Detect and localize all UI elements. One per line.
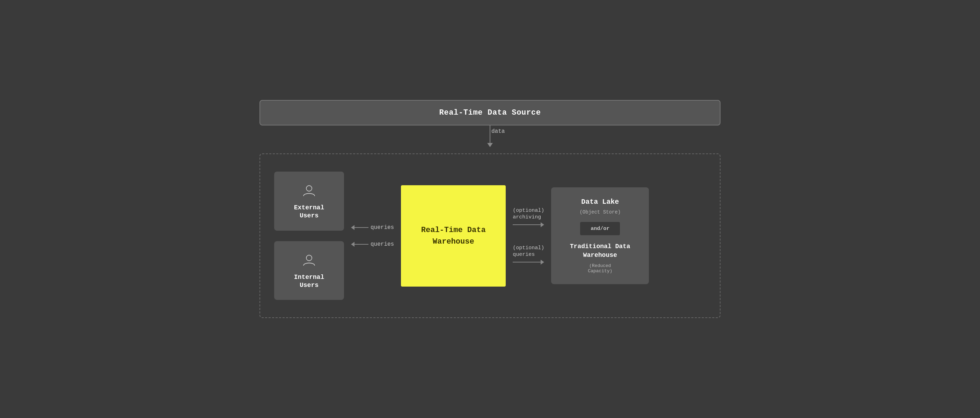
arrowhead-left-internal — [351, 242, 355, 247]
main-area: ExternalUsers InternalUsers — [259, 153, 721, 318]
internal-users-label: InternalUsers — [294, 273, 324, 290]
head-archiving — [541, 222, 544, 227]
optional-archiving-arrow: (optional)archiving — [513, 207, 544, 227]
connector-arrowhead — [487, 143, 493, 147]
external-users-box: ExternalUsers — [274, 172, 344, 231]
external-queries-label: queries — [371, 224, 394, 231]
shaft-left-internal — [355, 244, 369, 245]
svg-point-0 — [306, 185, 312, 191]
optional-archiving-label: (optional)archiving — [513, 207, 544, 221]
data-lake-subtitle: (Object Store) — [579, 209, 620, 215]
real-time-data-source-box: Real-Time Data Source — [259, 100, 721, 126]
data-label: data — [492, 128, 505, 134]
right-column: Data Lake (Object Store) and/or Traditio… — [551, 187, 649, 284]
andor-box: and/or — [580, 222, 620, 235]
external-queries-arrow: queries — [351, 224, 394, 231]
diagram-container: Real-Time Data Source data ExternalUsers — [245, 86, 735, 332]
source-box-label: Real-Time Data Source — [439, 108, 541, 117]
connector-line — [490, 126, 490, 143]
external-user-icon — [301, 182, 317, 199]
shaft-archiving — [513, 224, 541, 225]
center-warehouse-box: Real-Time DataWarehouse — [401, 185, 506, 287]
right-arrow-archiving — [513, 222, 544, 227]
user-svg-internal — [301, 252, 317, 268]
right-arrows: (optional)archiving (optional)queries — [513, 207, 544, 265]
right-arrow-queries — [513, 260, 544, 265]
arrow-left-external — [351, 225, 369, 230]
user-svg-external — [301, 183, 317, 198]
internal-users-box: InternalUsers — [274, 241, 344, 300]
external-users-label: ExternalUsers — [294, 204, 324, 220]
optional-queries-label: (optional)queries — [513, 245, 544, 258]
shaft-left-external — [355, 227, 369, 228]
internal-queries-label: queries — [371, 241, 394, 247]
center-warehouse-label: Real-Time DataWarehouse — [414, 217, 493, 254]
shaft-queries — [513, 262, 541, 262]
internal-queries-arrow: queries — [351, 241, 394, 247]
andor-label: and/or — [590, 226, 609, 232]
head-queries — [541, 260, 544, 265]
optional-queries-arrow: (optional)queries — [513, 245, 544, 265]
top-connector: data — [259, 126, 721, 153]
left-arrows: queries queries — [351, 224, 394, 247]
traditional-dw-subtitle: (ReducedCapacity) — [588, 263, 612, 274]
data-lake-title: Data Lake — [581, 198, 619, 206]
data-lake-box: Data Lake (Object Store) and/or Traditio… — [551, 187, 649, 284]
left-column: ExternalUsers InternalUsers — [274, 172, 344, 300]
svg-point-1 — [306, 255, 312, 261]
arrow-left-internal — [351, 242, 369, 247]
top-connector-inner: data — [487, 126, 493, 147]
internal-user-icon — [301, 252, 317, 268]
traditional-dw-title: Traditional DataWarehouse — [570, 242, 630, 260]
arrowhead-left-external — [351, 225, 355, 230]
